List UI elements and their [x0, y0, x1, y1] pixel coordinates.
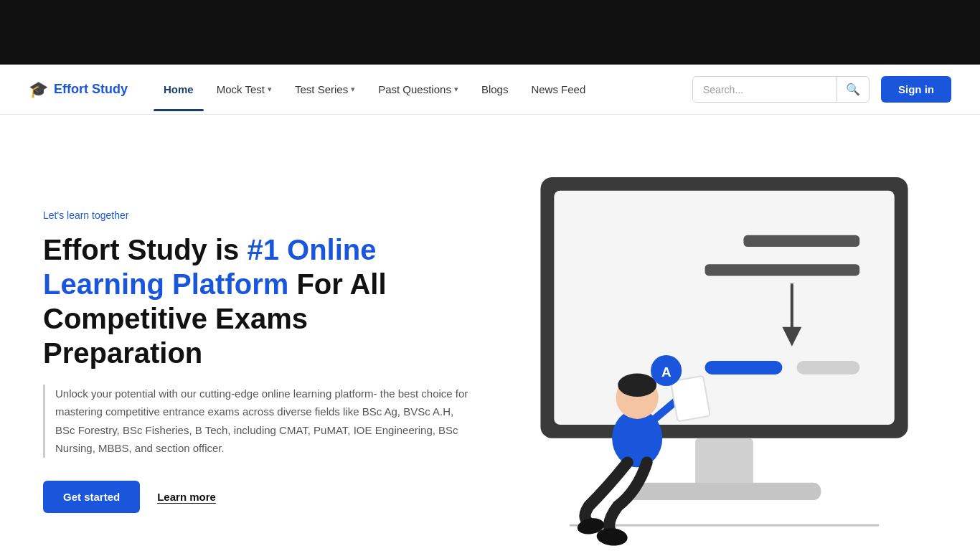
- chevron-down-icon: ▾: [454, 85, 458, 94]
- navbar: 🎓 Effort Study Home Mock Test ▾ Test Ser…: [0, 65, 980, 115]
- main-content: 🎓 Effort Study Home Mock Test ▾ Test Ser…: [0, 65, 980, 551]
- hero-title: Effort Study is #1 Online Learning Platf…: [43, 232, 468, 370]
- svg-text:A: A: [661, 364, 672, 380]
- nav-item-blogs[interactable]: Blogs: [471, 77, 519, 101]
- chevron-down-icon: ▾: [351, 85, 355, 94]
- search-area: 🔍: [692, 76, 870, 103]
- signin-button[interactable]: Sign in: [881, 76, 951, 103]
- logo-icon: 🎓: [29, 80, 48, 99]
- hero-svg: A: [512, 158, 937, 551]
- svg-rect-15: [671, 376, 710, 422]
- hero-section: Let's learn together Effort Study is #1 …: [0, 115, 980, 551]
- svg-rect-10: [797, 361, 860, 375]
- hero-illustration: A: [512, 158, 937, 551]
- svg-rect-9: [705, 361, 783, 375]
- svg-rect-5: [743, 235, 859, 247]
- learn-more-link[interactable]: Learn more: [157, 491, 216, 503]
- svg-rect-6: [705, 264, 860, 276]
- hero-actions: Get started Learn more: [43, 481, 468, 513]
- nav-item-mock-test[interactable]: Mock Test ▾: [207, 77, 282, 101]
- logo[interactable]: 🎓 Effort Study: [29, 80, 128, 99]
- nav-item-test-series[interactable]: Test Series ▾: [285, 77, 365, 101]
- svg-rect-1: [554, 191, 894, 425]
- chevron-down-icon: ▾: [268, 85, 272, 94]
- logo-text: Effort Study: [54, 82, 128, 97]
- svg-rect-3: [628, 483, 821, 500]
- page-wrapper: 🎓 Effort Study Home Mock Test ▾ Test Ser…: [0, 0, 980, 551]
- get-started-button[interactable]: Get started: [43, 481, 140, 513]
- search-input[interactable]: [693, 78, 837, 101]
- svg-rect-2: [695, 438, 753, 486]
- hero-description: Unlock your potential with our cutting-e…: [43, 385, 468, 458]
- nav-item-news-feed[interactable]: News Feed: [521, 77, 595, 101]
- hero-tagline: Let's learn together: [43, 209, 468, 221]
- search-box: 🔍: [692, 76, 870, 103]
- search-icon: 🔍: [846, 83, 860, 95]
- nav-item-past-questions[interactable]: Past Questions ▾: [368, 77, 468, 101]
- svg-point-13: [618, 374, 656, 397]
- hero-text: Let's learn together Effort Study is #1 …: [43, 209, 468, 513]
- top-bar: [0, 0, 980, 65]
- nav-item-home[interactable]: Home: [154, 77, 204, 101]
- nav-links: Home Mock Test ▾ Test Series ▾ Past Ques…: [154, 77, 692, 101]
- search-button[interactable]: 🔍: [837, 77, 869, 102]
